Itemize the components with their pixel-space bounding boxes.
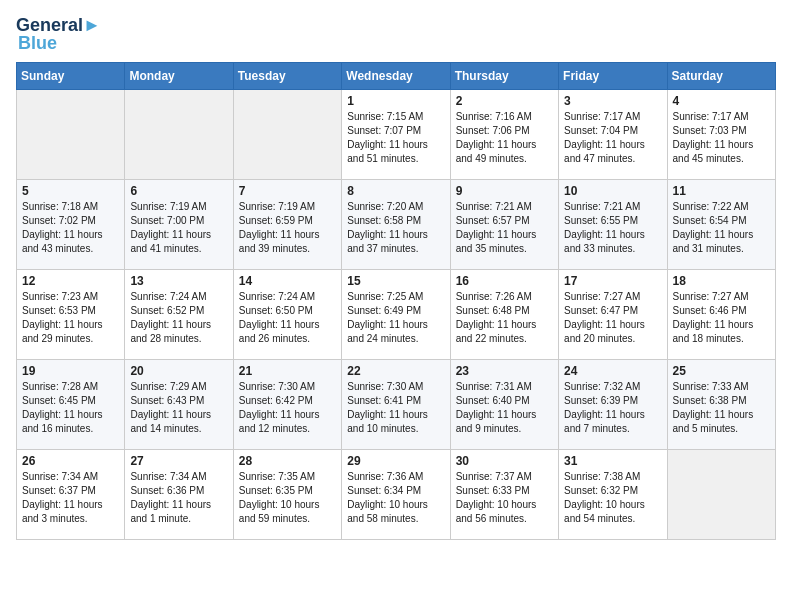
day-number: 30 <box>456 454 553 468</box>
calendar-cell: 3 Sunrise: 7:17 AM Sunset: 7:04 PM Dayli… <box>559 90 667 180</box>
calendar-cell: 20 Sunrise: 7:29 AM Sunset: 6:43 PM Dayl… <box>125 360 233 450</box>
page-header: General► Blue <box>16 16 776 52</box>
calendar-cell: 7 Sunrise: 7:19 AM Sunset: 6:59 PM Dayli… <box>233 180 341 270</box>
day-number: 15 <box>347 274 444 288</box>
calendar-cell: 19 Sunrise: 7:28 AM Sunset: 6:45 PM Dayl… <box>17 360 125 450</box>
day-number: 27 <box>130 454 227 468</box>
day-number: 3 <box>564 94 661 108</box>
calendar-week-3: 12 Sunrise: 7:23 AM Sunset: 6:53 PM Dayl… <box>17 270 776 360</box>
sun-info: Sunrise: 7:15 AM Sunset: 7:07 PM Dayligh… <box>347 110 444 166</box>
sun-info: Sunrise: 7:35 AM Sunset: 6:35 PM Dayligh… <box>239 470 336 526</box>
sun-info: Sunrise: 7:37 AM Sunset: 6:33 PM Dayligh… <box>456 470 553 526</box>
sun-info: Sunrise: 7:18 AM Sunset: 7:02 PM Dayligh… <box>22 200 119 256</box>
calendar-week-5: 26 Sunrise: 7:34 AM Sunset: 6:37 PM Dayl… <box>17 450 776 540</box>
day-number: 31 <box>564 454 661 468</box>
day-number: 13 <box>130 274 227 288</box>
calendar-cell: 13 Sunrise: 7:24 AM Sunset: 6:52 PM Dayl… <box>125 270 233 360</box>
day-number: 11 <box>673 184 770 198</box>
calendar-header-row: SundayMondayTuesdayWednesdayThursdayFrid… <box>17 63 776 90</box>
sun-info: Sunrise: 7:24 AM Sunset: 6:50 PM Dayligh… <box>239 290 336 346</box>
logo: General► Blue <box>16 16 101 52</box>
calendar-week-2: 5 Sunrise: 7:18 AM Sunset: 7:02 PM Dayli… <box>17 180 776 270</box>
sun-info: Sunrise: 7:16 AM Sunset: 7:06 PM Dayligh… <box>456 110 553 166</box>
sun-info: Sunrise: 7:27 AM Sunset: 6:46 PM Dayligh… <box>673 290 770 346</box>
calendar-cell: 30 Sunrise: 7:37 AM Sunset: 6:33 PM Dayl… <box>450 450 558 540</box>
sun-info: Sunrise: 7:21 AM Sunset: 6:57 PM Dayligh… <box>456 200 553 256</box>
calendar-cell: 6 Sunrise: 7:19 AM Sunset: 7:00 PM Dayli… <box>125 180 233 270</box>
calendar-cell: 9 Sunrise: 7:21 AM Sunset: 6:57 PM Dayli… <box>450 180 558 270</box>
sun-info: Sunrise: 7:26 AM Sunset: 6:48 PM Dayligh… <box>456 290 553 346</box>
sun-info: Sunrise: 7:24 AM Sunset: 6:52 PM Dayligh… <box>130 290 227 346</box>
calendar-cell: 16 Sunrise: 7:26 AM Sunset: 6:48 PM Dayl… <box>450 270 558 360</box>
day-number: 9 <box>456 184 553 198</box>
calendar-cell: 25 Sunrise: 7:33 AM Sunset: 6:38 PM Dayl… <box>667 360 775 450</box>
sun-info: Sunrise: 7:31 AM Sunset: 6:40 PM Dayligh… <box>456 380 553 436</box>
sun-info: Sunrise: 7:34 AM Sunset: 6:37 PM Dayligh… <box>22 470 119 526</box>
calendar-cell <box>125 90 233 180</box>
sun-info: Sunrise: 7:19 AM Sunset: 6:59 PM Dayligh… <box>239 200 336 256</box>
calendar-cell: 21 Sunrise: 7:30 AM Sunset: 6:42 PM Dayl… <box>233 360 341 450</box>
calendar-cell: 23 Sunrise: 7:31 AM Sunset: 6:40 PM Dayl… <box>450 360 558 450</box>
sun-info: Sunrise: 7:17 AM Sunset: 7:04 PM Dayligh… <box>564 110 661 166</box>
sun-info: Sunrise: 7:21 AM Sunset: 6:55 PM Dayligh… <box>564 200 661 256</box>
day-number: 29 <box>347 454 444 468</box>
logo-blue: Blue <box>18 34 57 52</box>
day-number: 4 <box>673 94 770 108</box>
calendar-cell: 12 Sunrise: 7:23 AM Sunset: 6:53 PM Dayl… <box>17 270 125 360</box>
sun-info: Sunrise: 7:17 AM Sunset: 7:03 PM Dayligh… <box>673 110 770 166</box>
calendar-cell: 24 Sunrise: 7:32 AM Sunset: 6:39 PM Dayl… <box>559 360 667 450</box>
day-number: 12 <box>22 274 119 288</box>
calendar-cell <box>233 90 341 180</box>
day-number: 2 <box>456 94 553 108</box>
calendar-table: SundayMondayTuesdayWednesdayThursdayFrid… <box>16 62 776 540</box>
sun-info: Sunrise: 7:33 AM Sunset: 6:38 PM Dayligh… <box>673 380 770 436</box>
sun-info: Sunrise: 7:28 AM Sunset: 6:45 PM Dayligh… <box>22 380 119 436</box>
sun-info: Sunrise: 7:27 AM Sunset: 6:47 PM Dayligh… <box>564 290 661 346</box>
day-header-saturday: Saturday <box>667 63 775 90</box>
calendar-cell: 28 Sunrise: 7:35 AM Sunset: 6:35 PM Dayl… <box>233 450 341 540</box>
day-number: 14 <box>239 274 336 288</box>
day-header-tuesday: Tuesday <box>233 63 341 90</box>
calendar-cell: 29 Sunrise: 7:36 AM Sunset: 6:34 PM Dayl… <box>342 450 450 540</box>
day-number: 1 <box>347 94 444 108</box>
day-number: 16 <box>456 274 553 288</box>
calendar-cell: 15 Sunrise: 7:25 AM Sunset: 6:49 PM Dayl… <box>342 270 450 360</box>
sun-info: Sunrise: 7:32 AM Sunset: 6:39 PM Dayligh… <box>564 380 661 436</box>
day-header-friday: Friday <box>559 63 667 90</box>
day-number: 23 <box>456 364 553 378</box>
sun-info: Sunrise: 7:29 AM Sunset: 6:43 PM Dayligh… <box>130 380 227 436</box>
calendar-cell: 26 Sunrise: 7:34 AM Sunset: 6:37 PM Dayl… <box>17 450 125 540</box>
day-number: 5 <box>22 184 119 198</box>
day-header-thursday: Thursday <box>450 63 558 90</box>
calendar-cell: 8 Sunrise: 7:20 AM Sunset: 6:58 PM Dayli… <box>342 180 450 270</box>
day-number: 22 <box>347 364 444 378</box>
day-number: 10 <box>564 184 661 198</box>
day-number: 28 <box>239 454 336 468</box>
day-number: 21 <box>239 364 336 378</box>
sun-info: Sunrise: 7:30 AM Sunset: 6:42 PM Dayligh… <box>239 380 336 436</box>
calendar-cell: 17 Sunrise: 7:27 AM Sunset: 6:47 PM Dayl… <box>559 270 667 360</box>
calendar-cell: 4 Sunrise: 7:17 AM Sunset: 7:03 PM Dayli… <box>667 90 775 180</box>
calendar-cell: 11 Sunrise: 7:22 AM Sunset: 6:54 PM Dayl… <box>667 180 775 270</box>
day-number: 6 <box>130 184 227 198</box>
sun-info: Sunrise: 7:36 AM Sunset: 6:34 PM Dayligh… <box>347 470 444 526</box>
calendar-cell: 10 Sunrise: 7:21 AM Sunset: 6:55 PM Dayl… <box>559 180 667 270</box>
day-header-monday: Monday <box>125 63 233 90</box>
calendar-cell: 5 Sunrise: 7:18 AM Sunset: 7:02 PM Dayli… <box>17 180 125 270</box>
calendar-cell <box>17 90 125 180</box>
day-number: 26 <box>22 454 119 468</box>
sun-info: Sunrise: 7:22 AM Sunset: 6:54 PM Dayligh… <box>673 200 770 256</box>
calendar-cell <box>667 450 775 540</box>
calendar-cell: 18 Sunrise: 7:27 AM Sunset: 6:46 PM Dayl… <box>667 270 775 360</box>
day-number: 7 <box>239 184 336 198</box>
calendar-cell: 14 Sunrise: 7:24 AM Sunset: 6:50 PM Dayl… <box>233 270 341 360</box>
calendar-cell: 22 Sunrise: 7:30 AM Sunset: 6:41 PM Dayl… <box>342 360 450 450</box>
sun-info: Sunrise: 7:20 AM Sunset: 6:58 PM Dayligh… <box>347 200 444 256</box>
calendar-week-4: 19 Sunrise: 7:28 AM Sunset: 6:45 PM Dayl… <box>17 360 776 450</box>
day-header-wednesday: Wednesday <box>342 63 450 90</box>
logo-text: General► <box>16 16 101 34</box>
day-number: 24 <box>564 364 661 378</box>
day-number: 25 <box>673 364 770 378</box>
sun-info: Sunrise: 7:34 AM Sunset: 6:36 PM Dayligh… <box>130 470 227 526</box>
sun-info: Sunrise: 7:19 AM Sunset: 7:00 PM Dayligh… <box>130 200 227 256</box>
